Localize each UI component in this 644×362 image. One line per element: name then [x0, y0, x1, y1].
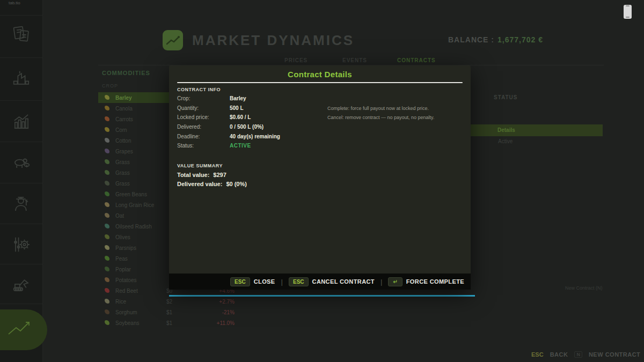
- crop-icon: [105, 95, 109, 100]
- crop-icon: [105, 309, 109, 314]
- balance-label: BALANCE :: [448, 35, 494, 44]
- crop-icon: [105, 213, 109, 218]
- crop-name: Cotton: [115, 138, 131, 144]
- contract-info-row: Status:ACTIVE: [177, 143, 463, 152]
- crop-icon: [105, 149, 109, 153]
- status-column-header: STATUS: [494, 94, 518, 100]
- production-icon[interactable]: [10, 67, 33, 91]
- crop-icon: [105, 256, 109, 261]
- button-separator: |: [380, 278, 382, 286]
- rail-separator: [0, 224, 43, 224]
- crop-name: Long Grain Rice: [115, 202, 154, 208]
- modal-title: Contract Details: [169, 70, 471, 79]
- crop-icon: [105, 299, 109, 304]
- info-value: 500 L: [230, 105, 244, 111]
- balance-display: BALANCE :1,677,702 €: [448, 35, 543, 44]
- rail-separator: [0, 183, 43, 183]
- tab-events[interactable]: EVENTS: [342, 57, 367, 63]
- commodity-row[interactable]: Rice$2+2.7%: [98, 296, 239, 307]
- crop-name: Parsnips: [115, 245, 136, 251]
- contract-info-row: Locked price:$0.60 / LCancel: remove con…: [177, 114, 463, 124]
- crop-name: Barley: [115, 95, 132, 101]
- info-label: Status:: [177, 143, 230, 149]
- crop-name: Canola: [115, 106, 133, 112]
- total-value-line: Total value:$297: [177, 172, 226, 178]
- page-title: MARKET DYNAMICS: [192, 32, 354, 49]
- left-nav-rail: [0, 0, 43, 362]
- crop-name: Sorghum: [115, 309, 137, 315]
- crop-name: Olives: [115, 234, 130, 240]
- crop-change: +2.7%: [219, 299, 235, 305]
- info-value: Barley: [230, 95, 246, 101]
- contract-info-row: Crop:Barley: [177, 95, 463, 105]
- tab-prices[interactable]: PRICES: [284, 57, 308, 63]
- documents-icon[interactable]: [10, 23, 33, 47]
- info-label: Locked price:: [177, 114, 230, 120]
- contract-status-text: Active: [498, 138, 513, 144]
- button-label: FORCE COMPLETE: [406, 278, 464, 285]
- info-label: Delivered:: [177, 124, 230, 130]
- tab-contracts[interactable]: CONTRACTS: [397, 57, 436, 63]
- crop-price: $2: [166, 299, 172, 305]
- info-value: $0.60 / L: [230, 114, 251, 120]
- info-value: 0 / 500 L (0%): [230, 124, 264, 130]
- contract-row-label: Details: [497, 127, 515, 133]
- force-complete-key-icon: ↵: [388, 277, 402, 286]
- crop-column-label: CROP: [102, 83, 118, 88]
- info-hint: Cancel: remove contract — no payout, no …: [327, 115, 434, 120]
- info-label: Quantity:: [177, 105, 230, 111]
- close-button[interactable]: ESCCLOSE: [230, 277, 275, 286]
- contract-info-section-header: CONTRACT INFO: [177, 87, 221, 92]
- total-value: $297: [213, 172, 226, 178]
- contract-info-row: Quantity:500 LComplete: force full payou…: [177, 105, 463, 115]
- footer-hints: ESC BACK N NEW CONTRACT: [531, 351, 640, 358]
- modal-title-divider: [177, 82, 463, 83]
- rail-separator: [0, 304, 43, 304]
- construction-icon[interactable]: [10, 273, 33, 297]
- statistics-icon[interactable]: [10, 110, 33, 134]
- farmer-icon[interactable]: [10, 193, 33, 216]
- cancel-contract-button[interactable]: ESCCANCEL CONTRACT: [289, 277, 375, 286]
- delivered-value-line: Delivered value:$0 (0%): [177, 181, 247, 187]
- crop-icon: [105, 234, 109, 239]
- crop-change: -21%: [222, 309, 235, 315]
- crop-name: Soybeans: [115, 320, 139, 326]
- debug-text: tab.tio: [9, 1, 20, 5]
- crop-icon: [105, 106, 109, 110]
- crop-name: Grass: [115, 159, 130, 165]
- esc-key-hint[interactable]: ESC: [531, 351, 544, 358]
- market-dynamics-screen: tab.tio MARKET DYNAMICS BALANCE :1,677,7…: [0, 0, 644, 362]
- rail-separator: [0, 57, 43, 58]
- crop-price: $1: [166, 309, 172, 315]
- commodity-row[interactable]: Soybeans$1+11.0%: [98, 317, 239, 328]
- button-separator: |: [281, 278, 283, 286]
- crop-icon: [105, 181, 109, 186]
- machine-settings-icon[interactable]: [10, 233, 33, 256]
- commodity-row[interactable]: Sorghum$1-21%: [98, 307, 239, 317]
- crop-icon: [105, 191, 109, 196]
- total-value-label: Total value:: [177, 172, 209, 178]
- key-n-icon: N: [574, 351, 582, 358]
- delivered-value: $0 (0%): [226, 181, 247, 187]
- crop-icon: [105, 138, 109, 143]
- force-complete-button[interactable]: ↵FORCE COMPLETE: [388, 277, 464, 286]
- back-button[interactable]: BACK: [550, 351, 568, 358]
- market-trend-icon: [4, 314, 36, 346]
- new-contract-button[interactable]: NEW CONTRACT: [589, 351, 640, 358]
- crop-name: Carrots: [115, 116, 133, 122]
- crop-icon: [105, 288, 109, 293]
- crop-name: Grass: [115, 170, 130, 176]
- market-dynamics-nav-tab[interactable]: [0, 309, 47, 350]
- animals-icon[interactable]: [10, 150, 33, 174]
- contract-info-row: Delivered:0 / 500 L (0%): [177, 124, 463, 134]
- delivered-value-label: Delivered value:: [177, 181, 222, 187]
- rail-separator: [0, 15, 43, 16]
- crop-icon: [105, 245, 109, 250]
- crop-icon: [105, 277, 109, 282]
- crop-name: Grapes: [115, 149, 133, 154]
- modal-button-bar: ESCCLOSE|ESCCANCEL CONTRACT|↵FORCE COMPL…: [169, 274, 471, 290]
- selected-contract-row[interactable]: Details: [471, 124, 603, 136]
- modal-body: Contract Details CONTRACT INFO Crop:Barl…: [169, 65, 471, 274]
- balance-value: 1,677,702 €: [497, 35, 543, 44]
- crop-name: Grass: [115, 181, 130, 187]
